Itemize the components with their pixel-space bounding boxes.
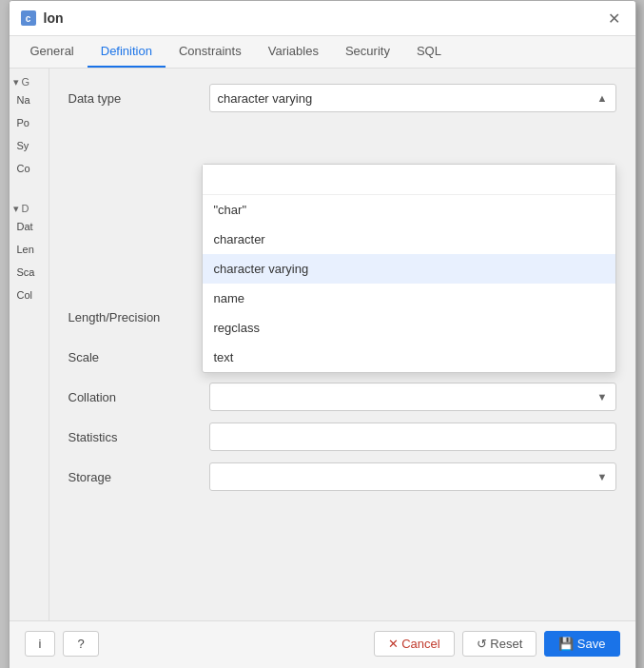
save-button[interactable]: 💾 Save: [544, 631, 619, 657]
dialog-titlebar: c lon ✕: [10, 1, 635, 36]
tab-sql[interactable]: SQL: [403, 36, 455, 68]
storage-control: ▼: [209, 462, 616, 491]
collation-control: ▼: [209, 383, 616, 411]
data-type-label: Data type: [68, 91, 202, 106]
form-area: Data type character varying ▲ "char" cha…: [49, 69, 635, 518]
collation-label: Collation: [68, 390, 202, 404]
tab-bar: General Definition Constraints Variables…: [10, 36, 635, 69]
left-row-col2: Col: [13, 284, 45, 306]
statistics-input[interactable]: [209, 422, 616, 451]
cancel-button[interactable]: ✕ Cancel: [374, 631, 455, 657]
footer-right: ✕ Cancel ↺ Reset 💾 Save: [374, 631, 620, 657]
data-type-row: Data type character varying ▲: [68, 84, 616, 112]
left-section-d-header: ▾ D: [13, 203, 45, 215]
length-label: Length/Precision: [68, 310, 202, 324]
tab-general[interactable]: General: [17, 36, 88, 68]
body-area: ▾ G Na Po Sy Co ▾ D Dat Len Sca Col Data…: [10, 69, 635, 620]
left-row-po: Po: [13, 111, 45, 134]
dropdown-overlay: "char" character character varying name …: [202, 164, 616, 373]
dropdown-option-character[interactable]: character: [203, 225, 615, 254]
storage-label: Storage: [68, 470, 202, 484]
statistics-control: [209, 422, 616, 451]
left-section-d: ▾ D Dat Len Sca Col: [10, 195, 49, 314]
footer-left: i ?: [25, 631, 99, 657]
left-sidebar: ▾ G Na Po Sy Co ▾ D Dat Len Sca Col: [10, 69, 49, 620]
collation-select[interactable]: ▼: [209, 383, 616, 411]
dropdown-option-regclass[interactable]: regclass: [203, 313, 615, 343]
dropdown-search-input[interactable]: [203, 165, 615, 195]
chevron-down-icon-collation: ▼: [597, 391, 608, 403]
data-type-control: character varying ▲: [209, 84, 616, 112]
left-section-g-header: ▾ G: [13, 76, 45, 88]
dialog-title: lon: [44, 10, 64, 26]
dropdown-option-name[interactable]: name: [203, 284, 615, 313]
dropdown-option-character-varying[interactable]: character varying: [203, 254, 615, 284]
chevron-up-icon: ▲: [597, 92, 608, 104]
left-row-dat: Dat: [13, 215, 45, 238]
dialog-footer: i ? ✕ Cancel ↺ Reset 💾 Save: [10, 620, 635, 666]
dialog-icon: c: [21, 10, 36, 26]
scale-label: Scale: [68, 350, 202, 364]
tab-constraints[interactable]: Constraints: [166, 36, 255, 68]
dropdown-option-text[interactable]: text: [203, 343, 615, 372]
info-button[interactable]: i: [25, 631, 56, 657]
collation-row: Collation ▼: [68, 383, 616, 411]
help-button[interactable]: ?: [63, 631, 98, 657]
left-row-co1: Co: [13, 157, 45, 180]
data-type-select[interactable]: character varying ▲: [209, 84, 616, 112]
statistics-row: Statistics: [68, 422, 616, 451]
dropdown-option-char[interactable]: "char": [203, 195, 615, 225]
left-row-na: Na: [13, 88, 45, 111]
tab-definition[interactable]: Definition: [88, 36, 166, 68]
dialog-title-area: c lon: [21, 10, 64, 26]
left-section-g: ▾ G Na Po Sy Co: [10, 69, 49, 187]
left-row-len: Len: [13, 238, 45, 261]
data-type-value: character varying: [218, 91, 313, 106]
storage-select[interactable]: ▼: [209, 462, 616, 491]
storage-row: Storage ▼: [68, 462, 616, 491]
tab-security[interactable]: Security: [332, 36, 403, 68]
close-button[interactable]: ✕: [605, 9, 624, 28]
left-row-sy: Sy: [13, 134, 45, 157]
main-panel: Data type character varying ▲ "char" cha…: [49, 69, 635, 620]
left-row-sca: Sca: [13, 261, 45, 284]
statistics-label: Statistics: [68, 430, 202, 444]
chevron-down-icon-storage: ▼: [597, 471, 608, 482]
tab-variables[interactable]: Variables: [255, 36, 332, 68]
reset-button[interactable]: ↺ Reset: [462, 631, 537, 657]
